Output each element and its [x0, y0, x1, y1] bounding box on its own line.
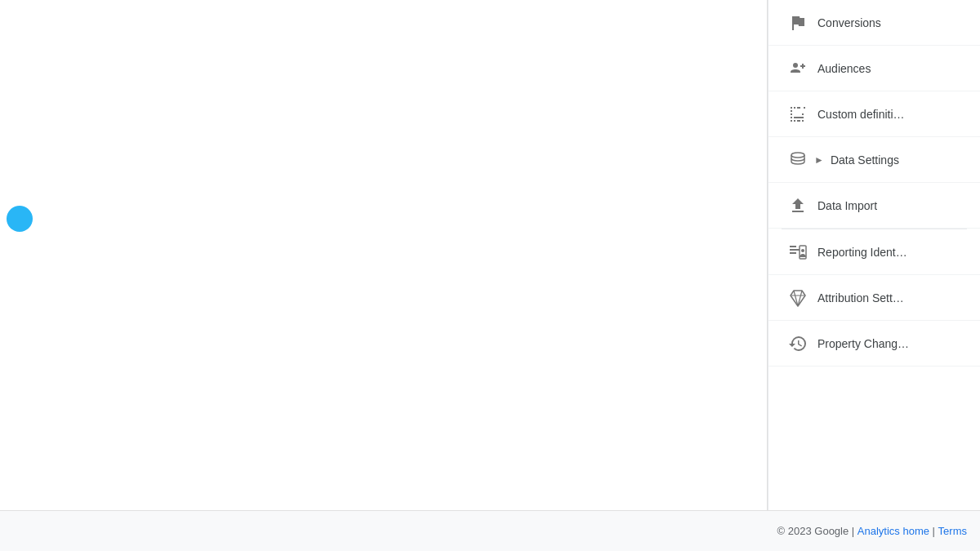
svg-point-6 — [801, 249, 804, 252]
sidebar-item-data-import[interactable]: Data Import — [768, 183, 980, 229]
sidebar-item-property-change-label: Property Chang… — [817, 337, 909, 350]
svg-point-0 — [793, 63, 798, 68]
sidebar-item-attribution-settings[interactable]: Attribution Sett… — [768, 275, 980, 321]
footer-separator-1: | — [849, 525, 858, 537]
svg-point-1 — [791, 153, 804, 158]
audiences-icon — [782, 52, 814, 85]
footer: © 2023 Google | Analytics home | Terms — [0, 510, 980, 551]
custom-definitions-icon — [782, 98, 814, 131]
sidebar-item-property-change[interactable]: Property Chang… — [768, 321, 980, 367]
sidebar-item-attribution-settings-label: Attribution Sett… — [817, 291, 904, 304]
analytics-home-link[interactable]: Analytics home — [858, 525, 929, 537]
sidebar-item-custom-definitions[interactable]: Custom definiti… — [768, 91, 980, 137]
sidebar-item-audiences-label: Audiences — [817, 62, 871, 75]
sidebar-item-conversions-label: Conversions — [817, 16, 881, 29]
property-change-icon — [782, 327, 814, 360]
copyright-text: © 2023 Google — [777, 525, 849, 537]
sidebar-item-audiences[interactable]: Audiences — [768, 46, 980, 91]
sidebar-item-conversions[interactable]: Conversions — [768, 0, 980, 46]
sidebar-item-data-settings-label: Data Settings — [831, 153, 899, 167]
sidebar-item-reporting-identity[interactable]: Reporting Ident… — [768, 229, 980, 275]
svg-rect-2 — [790, 246, 796, 247]
sidebar-item-custom-defs-label: Custom definiti… — [817, 108, 905, 121]
reporting-identity-icon — [782, 236, 814, 269]
sidebar: Conversions Audiences Custom definiti… — [768, 0, 980, 551]
data-import-icon — [782, 189, 814, 222]
attribution-settings-icon — [782, 282, 814, 314]
sidebar-item-data-settings[interactable]: ► Data Settings — [768, 137, 980, 183]
terms-link[interactable]: Terms — [938, 525, 967, 537]
data-settings-icon — [782, 144, 814, 176]
footer-separator-2: | — [929, 525, 938, 537]
flag-icon — [782, 7, 814, 39]
main-content — [0, 0, 768, 510]
svg-rect-3 — [790, 249, 800, 251]
chevron-right-icon: ► — [814, 154, 824, 166]
sidebar-item-reporting-identity-label: Reporting Ident… — [817, 246, 907, 259]
cyan-decoration — [7, 206, 33, 232]
svg-rect-4 — [790, 252, 796, 254]
sidebar-item-data-import-label: Data Import — [817, 199, 877, 212]
